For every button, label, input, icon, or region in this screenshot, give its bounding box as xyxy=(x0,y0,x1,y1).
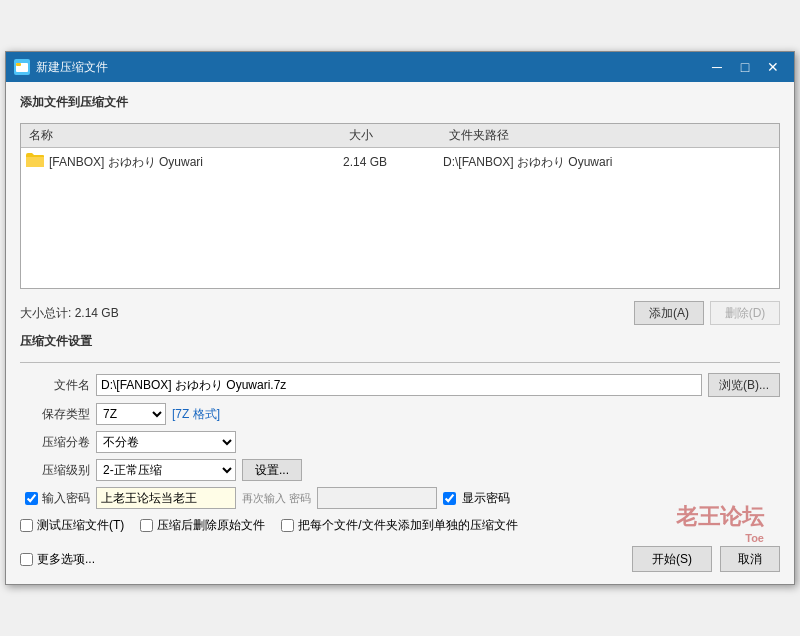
confirm-label: 再次输入 密码 xyxy=(242,491,311,506)
final-row: 更多选项... 开始(S) 取消 xyxy=(20,546,780,572)
file-size: 2.14 GB xyxy=(343,155,443,169)
file-list-buttons: 添加(A) 删除(D) xyxy=(634,301,780,325)
compression-settings-button[interactable]: 设置... xyxy=(242,459,302,481)
settings-section: 压缩文件设置 文件名 浏览(B)... 保存类型 7Z ZIP TAR [7Z … xyxy=(20,333,780,509)
add-button[interactable]: 添加(A) xyxy=(634,301,704,325)
column-path: 文件夹路径 xyxy=(441,127,779,144)
start-button[interactable]: 开始(S) xyxy=(632,546,712,572)
each-separate-label: 把每个文件/文件夹添加到单独的压缩文件 xyxy=(298,517,517,534)
compression-level-row: 压缩级别 2-正常压缩 0-仅存储 1-最快压缩 3-最佳压缩 设置... xyxy=(20,459,780,481)
list-item[interactable]: [FANBOX] おゆわり Oyuwari 2.14 GB D:\[FANBOX… xyxy=(21,148,779,176)
add-files-title: 添加文件到压缩文件 xyxy=(20,94,780,111)
svg-rect-1 xyxy=(16,63,21,66)
bottom-checkboxes: 测试压缩文件(T) 压缩后删除原始文件 把每个文件/文件夹添加到单独的压缩文件 xyxy=(20,517,780,534)
file-list-header: 名称 大小 文件夹路径 xyxy=(21,124,779,148)
file-list-bottom: 大小总计: 2.14 GB 添加(A) 删除(D) xyxy=(20,301,780,325)
more-options-checkbox[interactable] xyxy=(20,553,33,566)
show-password-checkbox[interactable] xyxy=(443,492,456,505)
file-list-body[interactable]: [FANBOX] おゆわり Oyuwari 2.14 GB D:\[FANBOX… xyxy=(21,148,779,288)
save-type-row: 保存类型 7Z ZIP TAR [7Z 格式] xyxy=(20,403,780,425)
password-checkbox[interactable] xyxy=(25,492,38,505)
save-type-select[interactable]: 7Z ZIP TAR xyxy=(96,403,166,425)
level-label: 压缩级别 xyxy=(20,462,90,479)
split-label: 压缩分卷 xyxy=(20,434,90,451)
save-type-label: 保存类型 xyxy=(20,406,90,423)
password-row: 输入密码 再次输入 密码 显示密码 xyxy=(20,487,780,509)
each-separate-checkbox[interactable] xyxy=(281,519,294,532)
file-path: D:\[FANBOX] おゆわり Oyuwari xyxy=(443,154,779,171)
more-options-label[interactable]: 更多选项... xyxy=(20,551,95,568)
test-archive-checkbox[interactable] xyxy=(20,519,33,532)
settings-divider xyxy=(20,362,780,363)
window-icon xyxy=(14,59,30,75)
password-label-text: 输入密码 xyxy=(42,490,90,507)
each-separate-checkbox-label[interactable]: 把每个文件/文件夹添加到单独的压缩文件 xyxy=(281,517,517,534)
split-select[interactable]: 不分卷 xyxy=(96,431,236,453)
test-archive-label: 测试压缩文件(T) xyxy=(37,517,124,534)
delete-after-checkbox-label[interactable]: 压缩后删除原始文件 xyxy=(140,517,265,534)
more-options-row: 更多选项... xyxy=(20,551,95,568)
column-name: 名称 xyxy=(21,127,341,144)
cancel-button[interactable]: 取消 xyxy=(720,546,780,572)
format-link[interactable]: [7Z 格式] xyxy=(172,406,220,423)
settings-title: 压缩文件设置 xyxy=(20,333,780,350)
delete-button[interactable]: 删除(D) xyxy=(710,301,780,325)
show-password-label: 显示密码 xyxy=(462,490,510,507)
password-input[interactable] xyxy=(96,487,236,509)
title-bar: 新建压缩文件 ─ □ ✕ xyxy=(6,52,794,82)
filename-row: 文件名 浏览(B)... xyxy=(20,373,780,397)
final-buttons: 开始(S) 取消 xyxy=(632,546,780,572)
filename-input[interactable] xyxy=(96,374,702,396)
file-name: [FANBOX] おゆわり Oyuwari xyxy=(49,154,343,171)
delete-after-label: 压缩后删除原始文件 xyxy=(157,517,265,534)
more-options-text: 更多选项... xyxy=(37,551,95,568)
password-label: 输入密码 xyxy=(20,490,90,507)
level-select[interactable]: 2-正常压缩 0-仅存储 1-最快压缩 3-最佳压缩 xyxy=(96,459,236,481)
password-confirm-input[interactable] xyxy=(317,487,437,509)
minimize-button[interactable]: ─ xyxy=(704,56,730,78)
close-button[interactable]: ✕ xyxy=(760,56,786,78)
test-archive-checkbox-label[interactable]: 测试压缩文件(T) xyxy=(20,517,124,534)
delete-after-checkbox[interactable] xyxy=(140,519,153,532)
browse-button[interactable]: 浏览(B)... xyxy=(708,373,780,397)
window-controls: ─ □ ✕ xyxy=(704,56,786,78)
password-inputs: 再次输入 密码 显示密码 xyxy=(96,487,510,509)
total-size-label: 大小总计: 2.14 GB xyxy=(20,305,119,322)
file-list-container: 名称 大小 文件夹路径 [FANBOX] おゆわり Oyuwari 2.14 G… xyxy=(20,123,780,289)
split-volume-row: 压缩分卷 不分卷 xyxy=(20,431,780,453)
filename-label: 文件名 xyxy=(20,377,90,394)
maximize-button[interactable]: □ xyxy=(732,56,758,78)
window-title: 新建压缩文件 xyxy=(36,59,704,76)
column-size: 大小 xyxy=(341,127,441,144)
folder-icon xyxy=(25,152,45,172)
